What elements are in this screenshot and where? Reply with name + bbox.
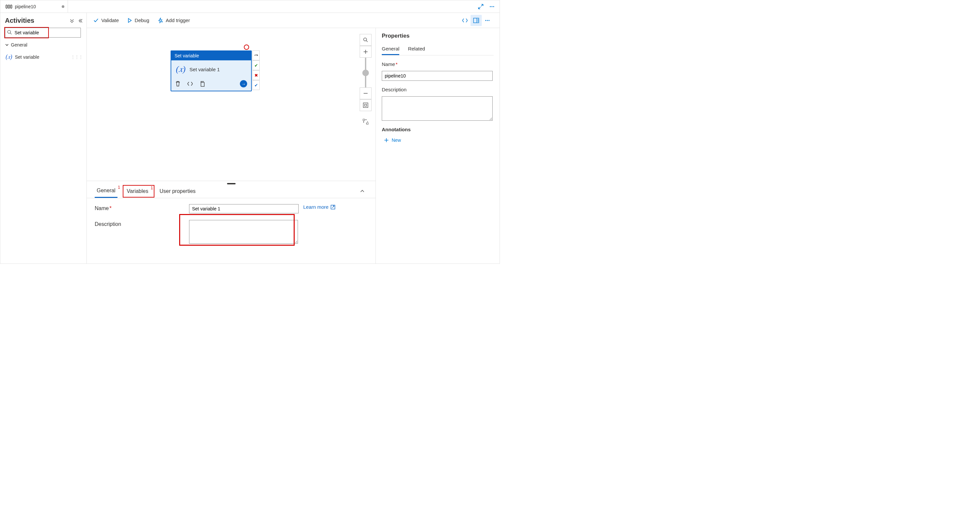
fit-icon[interactable] <box>360 99 372 111</box>
svg-point-17 <box>488 20 489 21</box>
svg-point-16 <box>487 20 488 21</box>
tab-badge: 1 <box>118 185 120 190</box>
tab-variables[interactable]: Variables 1 <box>125 185 151 197</box>
zoom-out-icon[interactable] <box>360 87 372 99</box>
section-general[interactable]: General <box>5 41 83 49</box>
activities-title: Activities <box>5 17 34 24</box>
zoom-slider[interactable] <box>365 58 366 87</box>
port-completion[interactable]: ✔ <box>253 80 260 90</box>
props-tab-general[interactable]: General <box>382 43 399 55</box>
properties-toggle-icon[interactable] <box>471 15 482 26</box>
svg-point-6 <box>8 30 11 33</box>
copy-icon[interactable] <box>200 81 205 87</box>
canvas-toolbar: Validate Debug Add trigger <box>87 13 500 28</box>
bottom-tabs: General 1 Variables 1 User properties <box>87 184 375 198</box>
canvas-search-icon[interactable] <box>360 34 372 46</box>
activities-search-input[interactable] <box>5 28 81 38</box>
port-default[interactable] <box>253 51 260 60</box>
add-annotation-label: New <box>392 138 401 143</box>
auto-align-icon[interactable] <box>360 116 372 128</box>
validate-button[interactable]: Validate <box>93 17 119 23</box>
arrow-right-icon[interactable]: → <box>240 80 247 87</box>
panel-resize-handle[interactable] <box>87 181 375 184</box>
activities-sidebar: Activities General (𝑥) Set variabl <box>0 13 87 264</box>
props-tab-related[interactable]: Related <box>408 43 425 55</box>
variable-icon: (𝑥) <box>176 64 185 74</box>
port-failure[interactable]: ✖ <box>253 70 260 80</box>
pipeline-name-input[interactable] <box>382 71 493 81</box>
node-output-ports: ✔ ✖ ✔ <box>253 51 260 90</box>
app-root: pipeline10 Activities <box>0 0 500 264</box>
chevron-down-icon <box>5 43 9 47</box>
debug-button[interactable]: Debug <box>127 17 149 23</box>
svg-rect-18 <box>201 83 204 86</box>
code-icon[interactable] <box>187 81 193 86</box>
svg-point-3 <box>490 6 491 7</box>
learn-more-link[interactable]: Learn more <box>303 204 335 210</box>
svg-line-20 <box>366 41 368 42</box>
props-desc-label: Description <box>382 87 494 92</box>
activity-description-input[interactable] <box>189 220 298 244</box>
svg-point-19 <box>364 38 367 41</box>
pipeline-icon <box>6 4 12 9</box>
annotation-circle <box>244 44 249 50</box>
annotations-label: Annotations <box>382 127 494 132</box>
more-icon[interactable] <box>486 4 498 10</box>
activity-label: Set variable <box>15 54 39 60</box>
tab-user-properties[interactable]: User properties <box>158 185 197 197</box>
activity-node[interactable]: Set variable (𝑥) Set variable 1 → <box>170 51 252 91</box>
pipeline-description-input[interactable] <box>382 96 493 121</box>
svg-rect-0 <box>6 5 7 8</box>
learn-more-label: Learn more <box>303 204 329 210</box>
delete-icon[interactable] <box>175 81 180 87</box>
svg-point-5 <box>493 6 494 7</box>
svg-rect-25 <box>364 104 367 106</box>
svg-point-15 <box>485 20 486 21</box>
collapse-left-icon[interactable] <box>78 18 83 24</box>
tab-title: pipeline10 <box>15 4 36 9</box>
description-label: Description <box>95 220 189 227</box>
section-label: General <box>11 42 27 48</box>
properties-title: Properties <box>382 33 494 39</box>
titlebar: pipeline10 <box>0 0 500 13</box>
add-trigger-label: Add trigger <box>165 17 190 23</box>
svg-rect-24 <box>363 103 368 108</box>
pipeline-tab[interactable]: pipeline10 <box>2 0 68 13</box>
pipeline-canvas[interactable]: Set variable (𝑥) Set variable 1 → <box>87 28 375 264</box>
zoom-in-icon[interactable] <box>360 46 372 58</box>
validate-label: Validate <box>101 17 119 23</box>
tab-badge: 1 <box>151 186 153 190</box>
unsaved-dot-icon <box>62 5 64 8</box>
debug-label: Debug <box>135 17 149 23</box>
collapse-panel-icon[interactable] <box>357 186 368 197</box>
required-star: * <box>396 61 398 67</box>
name-label: Name <box>95 205 109 211</box>
variable-icon: (𝑥) <box>6 53 12 60</box>
properties-panel: Properties General Related Name* Descrip… <box>375 28 500 264</box>
tab-variables-label: Variables <box>127 188 148 194</box>
zoom-thumb[interactable] <box>362 70 369 76</box>
code-icon[interactable] <box>459 15 471 26</box>
tab-general-label: General <box>97 188 116 193</box>
svg-line-7 <box>10 33 11 34</box>
activity-set-variable[interactable]: (𝑥) Set variable ⋮⋮⋮ <box>5 52 83 62</box>
add-trigger-button[interactable]: Add trigger <box>158 17 190 24</box>
svg-rect-1 <box>8 5 10 8</box>
tab-general[interactable]: General 1 <box>95 184 118 198</box>
node-name: Set variable 1 <box>189 67 220 72</box>
toolbar-more-icon[interactable] <box>482 15 493 26</box>
canvas-controls <box>360 34 372 128</box>
svg-rect-26 <box>363 119 364 121</box>
drag-handle-icon: ⋮⋮⋮ <box>71 54 83 60</box>
tab-user-props-label: User properties <box>159 188 195 194</box>
double-chevron-down-icon[interactable] <box>69 18 75 24</box>
svg-point-4 <box>491 6 492 7</box>
add-annotation-button[interactable]: New <box>382 136 494 143</box>
search-icon <box>7 30 12 35</box>
activity-name-input[interactable] <box>189 204 299 213</box>
required-star: * <box>110 205 111 211</box>
svg-rect-27 <box>367 123 368 124</box>
port-success[interactable]: ✔ <box>253 60 260 70</box>
expand-icon[interactable] <box>475 4 486 10</box>
props-name-label: Name <box>382 61 395 67</box>
